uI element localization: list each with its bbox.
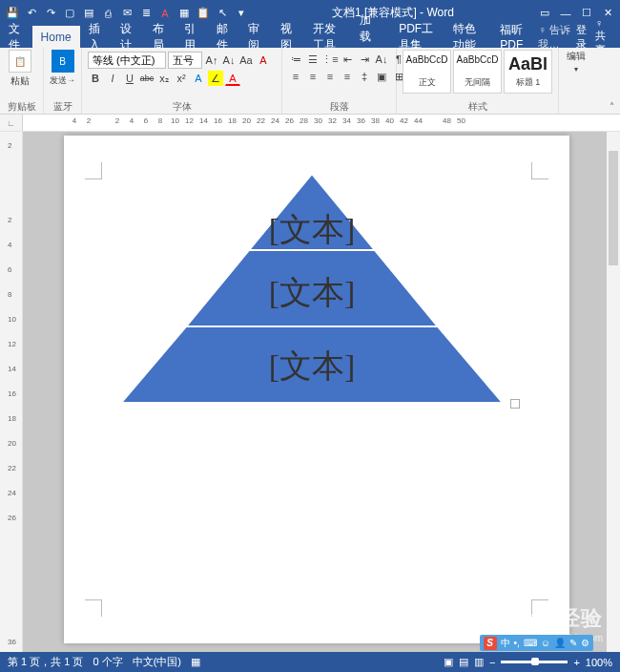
font-color-button[interactable]: A: [225, 71, 240, 86]
sort-button[interactable]: A↓: [374, 52, 389, 67]
bullets-button[interactable]: ≔: [288, 52, 303, 67]
print-icon[interactable]: ⎙: [99, 5, 116, 22]
indent-dec-button[interactable]: ⇤: [340, 52, 355, 67]
tab-pdftools[interactable]: PDF工具集: [390, 26, 444, 48]
numbering-button[interactable]: ☰: [305, 52, 320, 67]
ime-user-icon[interactable]: 👤: [554, 638, 566, 648]
zoom-in-button[interactable]: +: [573, 657, 579, 668]
document-area[interactable]: [文本] [文本] [文本]: [23, 132, 620, 652]
clear-format-button[interactable]: A: [256, 52, 271, 68]
tab-home[interactable]: Home: [32, 26, 80, 48]
bold-button[interactable]: B: [88, 71, 103, 86]
shrink-font-button[interactable]: A↓: [221, 52, 237, 68]
pyramid-svg: [文本] [文本] [文本]: [121, 174, 503, 403]
tab-design[interactable]: 设计: [112, 26, 144, 48]
undo-icon[interactable]: ↶: [23, 5, 40, 22]
align-right-button[interactable]: ≡: [322, 69, 338, 84]
pyramid-text-1[interactable]: [文本]: [269, 212, 356, 247]
pyramid-text-2[interactable]: [文本]: [269, 275, 356, 310]
bluetooth-icon: B: [52, 50, 74, 73]
line-spacing-button[interactable]: ‡: [357, 69, 372, 84]
tab-developer[interactable]: 开发工具: [304, 26, 351, 48]
highlight-button[interactable]: ∠: [208, 71, 223, 86]
style-nospacing[interactable]: AaBbCcD 无间隔: [453, 50, 502, 94]
multilevel-button[interactable]: ⋮≡: [322, 52, 338, 67]
table-icon[interactable]: ▦: [176, 5, 193, 22]
ribbon-options-icon[interactable]: ▭: [536, 5, 553, 22]
ime-skin-icon[interactable]: ✎: [569, 638, 577, 648]
scrollbar-thumb[interactable]: [609, 151, 618, 265]
align-left-button[interactable]: ≡: [288, 69, 303, 84]
tab-features[interactable]: 特色功能: [444, 26, 491, 48]
view-read-icon[interactable]: ▣: [444, 656, 453, 668]
subscript-button[interactable]: x₂: [156, 71, 172, 86]
tab-view[interactable]: 视图: [272, 26, 304, 48]
save-icon[interactable]: 💾: [4, 5, 21, 22]
tab-review[interactable]: 审阅: [239, 26, 272, 48]
font-size-select[interactable]: 五号: [168, 52, 202, 69]
underline-button[interactable]: U: [122, 71, 137, 86]
text-effects-button[interactable]: A: [191, 71, 206, 86]
group-paragraph: ≔ ☰ ⋮≡ ⇤ ⇥ A↓ ¶ ≡ ≡ ≡ ≡ ‡ ▣ ⊞ 段落: [282, 48, 397, 114]
ime-keyboard-icon[interactable]: ⌨: [524, 638, 537, 648]
bullets-icon[interactable]: ≣: [137, 5, 155, 22]
tab-layout[interactable]: 布局: [144, 26, 176, 48]
style-normal[interactable]: AaBbCcD 正文: [403, 50, 451, 94]
zoom-slider[interactable]: [501, 661, 568, 663]
ime-punct-icon[interactable]: •,: [514, 638, 520, 648]
tab-file[interactable]: 文件: [0, 26, 32, 48]
change-case-button[interactable]: Aa: [238, 52, 254, 68]
tab-references[interactable]: 引用: [176, 26, 208, 48]
ime-tool-icon[interactable]: ⚙: [581, 638, 589, 648]
ime-emoji-icon[interactable]: ☺: [541, 638, 550, 648]
macro-icon[interactable]: ▦: [191, 656, 200, 668]
ime-lang[interactable]: 中: [501, 637, 510, 650]
grow-font-button[interactable]: A↑: [204, 52, 219, 68]
ime-bar[interactable]: S 中 •, ⌨ ☺ 👤 ✎ ⚙: [480, 635, 594, 651]
sogou-icon[interactable]: S: [484, 637, 497, 650]
strike-button[interactable]: abc: [139, 71, 155, 86]
redo-icon[interactable]: ↷: [42, 5, 59, 22]
maximize-icon[interactable]: ☐: [578, 5, 595, 22]
view-print-icon[interactable]: ▤: [459, 656, 468, 668]
indent-inc-button[interactable]: ⇥: [357, 52, 372, 67]
italic-button[interactable]: I: [105, 71, 120, 86]
tab-mailings[interactable]: 邮件: [208, 26, 240, 48]
shading-button[interactable]: ▣: [374, 69, 389, 84]
status-bar: 第 1 页，共 1 页 0 个字 中文(中国) ▦ ▣ ▤ ▥ − + 100%: [0, 652, 620, 672]
justify-button[interactable]: ≡: [340, 69, 355, 84]
style-heading1[interactable]: AaBl 标题 1: [504, 50, 552, 94]
status-language[interactable]: 中文(中国): [133, 655, 181, 669]
tab-insert[interactable]: 插入: [80, 26, 113, 48]
group-editing: 编辑▾: [559, 48, 593, 114]
open-icon[interactable]: ▤: [80, 5, 97, 22]
fontcolor-icon[interactable]: A: [156, 5, 174, 22]
more-icon[interactable]: ▾: [233, 5, 250, 22]
font-name-select[interactable]: 等线 (中文正): [88, 52, 166, 69]
horizontal-ruler[interactable]: 4224681012141618202224262830323436384042…: [23, 115, 620, 131]
editing-button[interactable]: 编辑▾: [565, 50, 588, 74]
zoom-level[interactable]: 100%: [586, 657, 612, 668]
pointer-icon[interactable]: ↖: [214, 5, 231, 22]
status-words[interactable]: 0 个字: [93, 655, 122, 669]
tab-addins[interactable]: 加载项: [351, 26, 390, 48]
zoom-out-button[interactable]: −: [489, 657, 495, 668]
mail-icon[interactable]: ✉: [118, 5, 135, 22]
paste-icon[interactable]: 📋: [195, 5, 212, 22]
minimize-icon[interactable]: —: [557, 5, 574, 22]
paste-button[interactable]: 📋 粘贴: [6, 50, 34, 88]
sign-in[interactable]: 登录: [576, 23, 589, 52]
view-web-icon[interactable]: ▥: [474, 656, 484, 668]
superscript-button[interactable]: x²: [174, 71, 189, 86]
pyramid-text-3[interactable]: [文本]: [269, 348, 356, 384]
align-center-button[interactable]: ≡: [305, 69, 320, 84]
vertical-scrollbar[interactable]: [607, 132, 620, 652]
bluetooth-send-button[interactable]: B 发送→: [50, 50, 75, 87]
tell-me[interactable]: ♀ 告诉我…: [538, 23, 570, 52]
collapse-ribbon-icon[interactable]: ˄: [610, 101, 614, 112]
status-page[interactable]: 第 1 页，共 1 页: [8, 655, 83, 669]
vertical-ruler[interactable]: 2246810121416182022242636: [0, 132, 23, 652]
smartart-pyramid[interactable]: [文本] [文本] [文本]: [121, 174, 503, 403]
new-icon[interactable]: ▢: [61, 5, 78, 22]
tab-foxit[interactable]: 福昕PDF: [491, 26, 538, 48]
